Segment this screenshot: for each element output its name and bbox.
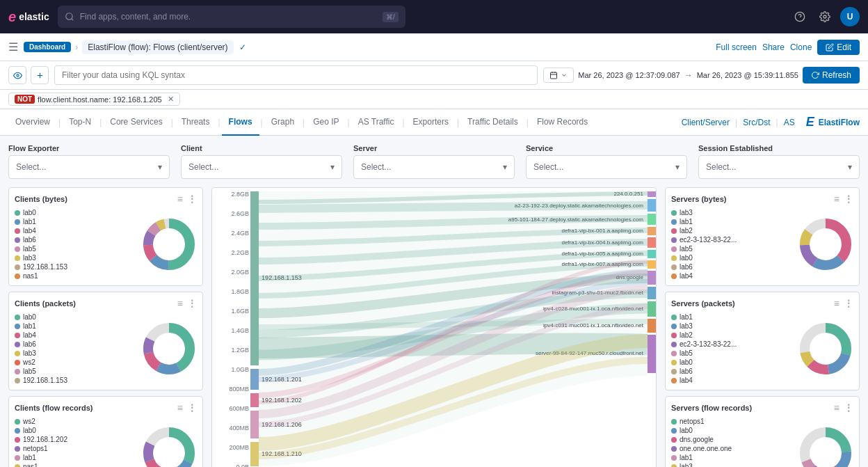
subtab-as[interactable]: AS [784, 118, 795, 127]
list-view-icon[interactable]: ≡ [834, 193, 839, 205]
more-options-icon[interactable]: ⋮ [844, 193, 853, 205]
legend-item: 192.168.1.153 [15, 263, 67, 271]
clients-packets-chart: lab0lab1lab4lab6lab3ws2lab5192.168.1.153 [15, 313, 197, 384]
tab-traffic-details[interactable]: Traffic Details [460, 109, 525, 136]
tab-geo-ip[interactable]: Geo IP [306, 109, 346, 136]
more-options-icon[interactable]: ⋮ [844, 298, 853, 309]
legend-item: lab5 [671, 349, 737, 357]
tab-exporters[interactable]: Exporters [406, 109, 456, 136]
legend-item: ws2 [15, 358, 67, 366]
elastiflow-logo: E ElastiFlow [806, 115, 860, 129]
legend-item: lab2 [671, 227, 737, 235]
svg-rect-35 [250, 411, 259, 438]
legend-label: lab4 [23, 227, 36, 235]
tag-close-button[interactable]: ✕ [168, 95, 174, 104]
filter-icon-group [8, 66, 49, 84]
date-arrow: → [684, 70, 693, 80]
hamburger-menu[interactable]: ☰ [8, 40, 18, 54]
legend-item: lab3 [671, 463, 732, 467]
tab-graph[interactable]: Graph [264, 109, 301, 136]
tab-overview[interactable]: Overview [8, 109, 57, 136]
svg-rect-32 [250, 191, 259, 365]
legend-dot [15, 228, 20, 234]
legend-label: ws2 [23, 358, 35, 366]
legend-item: lab0 [671, 427, 732, 434]
legend-dot [671, 315, 677, 320]
more-options-icon[interactable]: ⋮ [187, 193, 197, 205]
server-group: Server Select... ▾ [353, 144, 515, 179]
breadcrumb-dashboard[interactable]: Dashboard [24, 42, 71, 52]
legend-dot [671, 255, 677, 261]
add-filter-button[interactable] [31, 66, 49, 84]
calendar-icon [549, 71, 558, 79]
full-screen-button[interactable]: Full screen [716, 42, 757, 52]
kql-filter-input[interactable] [54, 65, 538, 85]
session-group: Session Established Select... ▾ [698, 144, 860, 179]
client-label: Client [181, 144, 342, 152]
legend-item: lab0 [15, 209, 67, 216]
subtab-client-server[interactable]: Client/Server [682, 118, 730, 127]
legend-dot [15, 333, 20, 338]
edit-button[interactable]: Edit [817, 40, 860, 55]
more-options-icon[interactable]: ⋮ [187, 298, 197, 309]
legend-item: lab4 [671, 272, 737, 280]
more-options-icon[interactable]: ⋮ [187, 402, 197, 413]
servers-packets-legend: lab1lab3lab2ec2-3-132-83-22...lab5lab0la… [671, 313, 737, 384]
date-picker-button[interactable] [543, 68, 574, 83]
subtab-src-dst[interactable]: Src/Dst [743, 118, 770, 127]
legend-item: ws2 [15, 418, 67, 425]
right-panel: Servers (bytes) ≡ ⋮ lab3lab1lab2ec2-3-13… [665, 187, 860, 467]
clients-packets-donut [141, 321, 197, 377]
settings-icon[interactable] [815, 7, 835, 26]
legend-item: lab1 [15, 322, 67, 330]
tab-as-traffic[interactable]: AS Traffic [351, 109, 401, 136]
legend-dot [671, 455, 677, 461]
eye-icon [13, 71, 22, 80]
more-options-icon[interactable]: ⋮ [844, 402, 853, 413]
svg-point-84 [810, 438, 841, 467]
legend-label: lab2 [680, 227, 693, 235]
help-icon[interactable] [790, 7, 810, 26]
list-view-icon[interactable]: ≡ [177, 193, 183, 205]
legend-label: lab5 [680, 245, 693, 253]
user-avatar[interactable]: U [840, 7, 860, 26]
flow-exporter-select[interactable]: Select... ▾ [8, 155, 170, 179]
service-select[interactable]: Select... ▾ [526, 155, 687, 179]
legend-label: lab5 [23, 367, 36, 375]
tab-flow-records[interactable]: Flow Records [530, 109, 595, 136]
share-button[interactable]: Share [762, 42, 785, 52]
legend-dot [671, 264, 677, 270]
svg-rect-48 [648, 260, 656, 269]
tab-top-n[interactable]: Top-N [62, 109, 98, 136]
svg-point-71 [810, 229, 841, 260]
clients-flow-donut [141, 425, 197, 467]
list-view-icon[interactable]: ≡ [177, 402, 183, 413]
tab-core-services[interactable]: Core Services [103, 109, 169, 136]
servers-flow-title: Servers (flow records) ≡ ⋮ [671, 402, 853, 413]
legend-dot [15, 342, 20, 347]
legend-item: lab3 [671, 209, 737, 216]
filter-options-button[interactable] [8, 66, 26, 84]
legend-dot [671, 360, 677, 365]
list-view-icon[interactable]: ≡ [834, 402, 839, 413]
svg-rect-47 [648, 250, 656, 258]
legend-item: lab6 [15, 236, 67, 244]
list-view-icon[interactable]: ≡ [834, 298, 839, 309]
clients-bytes-section: Clients (bytes) ≡ ⋮ lab0lab1lab4lab6lab5… [8, 187, 203, 286]
legend-dot [671, 419, 677, 425]
tab-threats[interactable]: Threats [175, 109, 217, 136]
tab-flows[interactable]: Flows [222, 109, 259, 136]
servers-packets-donut [798, 321, 853, 377]
legend-item: lab1 [671, 313, 737, 321]
client-select[interactable]: Select... ▾ [181, 155, 342, 179]
server-select[interactable]: Select... ▾ [353, 155, 515, 179]
session-select[interactable]: Select... ▾ [698, 155, 860, 179]
legend-dot [15, 419, 20, 425]
list-view-icon[interactable]: ≡ [177, 298, 183, 309]
clone-button[interactable]: Clone [790, 42, 812, 52]
global-search-input[interactable] [80, 12, 377, 22]
sankey-panel: 2.8GB 2.6GB 2.4GB 2.2GB 2.0GB 1.8GB 1.6G… [211, 187, 657, 467]
legend-item: lab0 [671, 254, 737, 262]
search-bar[interactable]: ⌘/ [58, 6, 405, 28]
refresh-button[interactable]: Refresh [803, 67, 860, 84]
